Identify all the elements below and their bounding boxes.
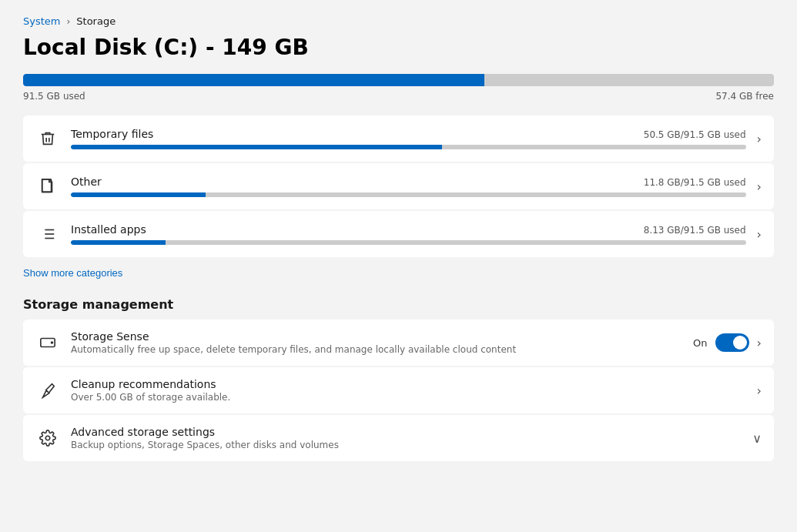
chevron-right-icon: › bbox=[757, 383, 762, 398]
category-other-bar-fill bbox=[71, 192, 206, 197]
management-advanced-storage-settings-subtitle: Backup options, Storage Spaces, other di… bbox=[71, 440, 742, 450]
category-other-content: Other 11.8 GB/91.5 GB used bbox=[71, 176, 746, 197]
management-cleanup-recommendations[interactable]: Cleanup recommendations Over 5.00 GB of … bbox=[23, 367, 774, 413]
chevron-right-icon: › bbox=[757, 132, 762, 146]
broom-icon bbox=[35, 378, 60, 403]
breadcrumb-parent[interactable]: System bbox=[23, 15, 60, 27]
category-temporary-files-bar-fill bbox=[71, 145, 442, 149]
management-section-title: Storage management bbox=[23, 297, 774, 312]
management-storage-sense-right: On › bbox=[693, 333, 762, 352]
management-cleanup-recommendations-title: Cleanup recommendations bbox=[71, 378, 746, 390]
management-storage-sense[interactable]: Storage Sense Automatically free up spac… bbox=[23, 320, 774, 366]
breadcrumb-separator: › bbox=[66, 16, 70, 27]
drive-icon bbox=[35, 330, 60, 355]
document-icon bbox=[35, 174, 60, 199]
apps-icon bbox=[35, 222, 60, 246]
page-container: System › Storage Local Disk (C:) - 149 G… bbox=[0, 0, 797, 484]
management-cleanup-recommendations-content: Cleanup recommendations Over 5.00 GB of … bbox=[71, 378, 746, 403]
category-installed-apps[interactable]: Installed apps 8.13 GB/91.5 GB used › bbox=[23, 211, 774, 257]
category-other-size: 11.8 GB/91.5 GB used bbox=[644, 177, 746, 188]
gear-icon bbox=[35, 426, 60, 450]
category-other-name: Other bbox=[71, 176, 102, 188]
page-title: Local Disk (C:) - 149 GB bbox=[23, 35, 774, 60]
chevron-right-icon: › bbox=[757, 336, 762, 350]
management-storage-sense-subtitle: Automatically free up space, delete temp… bbox=[71, 344, 682, 355]
svg-point-10 bbox=[45, 436, 50, 440]
category-installed-apps-header: Installed apps 8.13 GB/91.5 GB used bbox=[71, 223, 746, 236]
management-storage-sense-content: Storage Sense Automatically free up spac… bbox=[71, 330, 682, 355]
disk-progress-bar bbox=[23, 74, 774, 86]
disk-progress-fill bbox=[23, 74, 484, 86]
management-advanced-storage-settings-title: Advanced storage settings bbox=[71, 426, 742, 438]
chevron-down-icon: ∨ bbox=[752, 431, 762, 446]
storage-sense-toggle[interactable] bbox=[715, 333, 749, 352]
disk-info: 91.5 GB used 57.4 GB free bbox=[23, 74, 774, 102]
management-advanced-storage-settings-content: Advanced storage settings Backup options… bbox=[71, 426, 742, 450]
breadcrumb-current: Storage bbox=[76, 15, 116, 27]
breadcrumb: System › Storage bbox=[23, 15, 774, 27]
categories-list: Temporary files 50.5 GB/91.5 GB used › bbox=[23, 115, 774, 257]
management-storage-sense-title: Storage Sense bbox=[71, 330, 682, 343]
disk-free-label: 57.4 GB free bbox=[715, 91, 774, 102]
category-temporary-files[interactable]: Temporary files 50.5 GB/91.5 GB used › bbox=[23, 115, 774, 162]
category-temporary-files-size: 50.5 GB/91.5 GB used bbox=[644, 129, 746, 140]
category-installed-apps-bar-fill bbox=[71, 240, 166, 245]
category-temporary-files-header: Temporary files 50.5 GB/91.5 GB used bbox=[71, 128, 746, 140]
management-advanced-right: ∨ bbox=[752, 431, 762, 446]
show-more-button[interactable]: Show more categories bbox=[23, 267, 122, 279]
category-other-header: Other 11.8 GB/91.5 GB used bbox=[71, 176, 746, 188]
chevron-right-icon: › bbox=[757, 227, 762, 242]
trash-icon bbox=[35, 126, 60, 151]
management-cleanup-recommendations-subtitle: Over 5.00 GB of storage available. bbox=[71, 392, 746, 403]
management-list: Storage Sense Automatically free up spac… bbox=[23, 320, 774, 461]
management-advanced-storage-settings[interactable]: Advanced storage settings Backup options… bbox=[23, 415, 774, 461]
svg-point-9 bbox=[52, 342, 53, 343]
category-temporary-files-content: Temporary files 50.5 GB/91.5 GB used bbox=[71, 128, 746, 149]
category-installed-apps-bar bbox=[71, 240, 746, 245]
management-cleanup-right: › bbox=[757, 383, 762, 398]
category-other[interactable]: Other 11.8 GB/91.5 GB used › bbox=[23, 163, 774, 209]
toggle-on-label: On bbox=[693, 337, 707, 349]
disk-labels: 91.5 GB used 57.4 GB free bbox=[23, 91, 774, 102]
category-installed-apps-name: Installed apps bbox=[71, 223, 146, 236]
category-installed-apps-content: Installed apps 8.13 GB/91.5 GB used bbox=[71, 223, 746, 245]
disk-used-label: 91.5 GB used bbox=[23, 91, 85, 102]
category-other-bar bbox=[71, 192, 746, 197]
category-temporary-files-name: Temporary files bbox=[71, 128, 153, 140]
svg-rect-0 bbox=[42, 179, 52, 192]
category-installed-apps-size: 8.13 GB/91.5 GB used bbox=[644, 225, 746, 236]
chevron-right-icon: › bbox=[757, 179, 762, 194]
management-section: Storage management Storage Sense Automat… bbox=[23, 297, 774, 461]
category-temporary-files-bar bbox=[71, 145, 746, 149]
